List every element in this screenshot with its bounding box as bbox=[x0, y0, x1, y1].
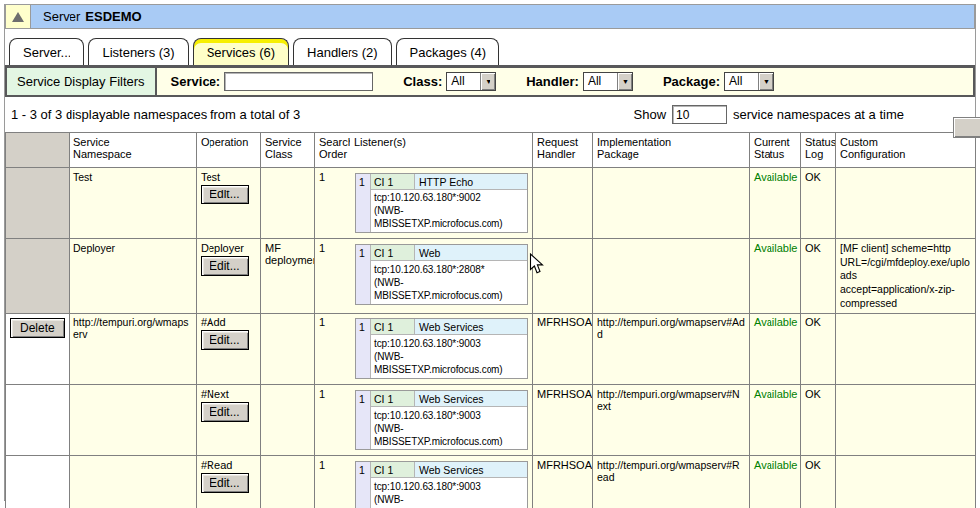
show-suffix-label: service namespaces at a time bbox=[733, 107, 904, 122]
edit-button[interactable]: Edit... bbox=[201, 402, 249, 422]
listeners-cell: 1 CI 1 HTTP Echo tcp:10.120.63.180*:9002… bbox=[350, 168, 533, 239]
package-select[interactable]: All ▼ bbox=[724, 72, 774, 91]
search-order-cell: 1 bbox=[315, 168, 350, 239]
edit-button[interactable]: Edit... bbox=[201, 185, 249, 204]
col-operation: Operation bbox=[197, 133, 261, 168]
search-order-cell: 1 bbox=[315, 385, 350, 456]
tab-server[interactable]: Server... bbox=[9, 38, 84, 65]
results-summary: 1 - 3 of 3 displayable namespaces from a… bbox=[11, 107, 634, 122]
status-cell: Available bbox=[750, 168, 801, 239]
status-log-cell: OK bbox=[801, 314, 836, 385]
listener-index: 1 bbox=[356, 391, 371, 449]
custom-config-cell bbox=[836, 314, 976, 385]
listener-box[interactable]: 1 CI 1 Web tcp:10.120.63.180*:2808* (NWB… bbox=[355, 244, 528, 305]
listener-name: Web Services bbox=[415, 462, 527, 477]
table-row: Test Test Edit... 1 1 CI 1 HTTP Echo tc bbox=[6, 168, 976, 239]
refresh-page-button-partial[interactable] bbox=[953, 117, 980, 138]
show-count-group: Show service namespaces at a time bbox=[634, 105, 905, 124]
table-row: #Next Edit... 1 1 CI 1 Web Services tcp:… bbox=[6, 385, 976, 456]
operation-name: #Add bbox=[201, 317, 256, 328]
service-class-cell bbox=[261, 168, 315, 239]
page-frame: Server ESDEMO Server... Listeners (3) Se… bbox=[4, 4, 976, 501]
edit-button[interactable]: Edit... bbox=[201, 330, 249, 350]
class-select-value: All bbox=[447, 73, 480, 90]
implementation-cell: http://tempuri.org/wmapserv#Next bbox=[593, 385, 750, 456]
service-class-cell bbox=[261, 456, 315, 508]
implementation-cell bbox=[593, 239, 750, 314]
col-current-status: Current Status bbox=[750, 133, 801, 168]
chevron-down-icon[interactable]: ▼ bbox=[617, 73, 632, 90]
status-cell: Available bbox=[750, 385, 801, 456]
edit-button[interactable]: Edit... bbox=[201, 473, 249, 493]
implementation-cell: http://tempuri.org/wmapserv#Read bbox=[593, 456, 750, 508]
custom-config-cell bbox=[836, 168, 976, 239]
chevron-down-icon[interactable]: ▼ bbox=[758, 73, 773, 90]
operation-name: Deployer bbox=[201, 242, 256, 254]
namespace-cell: http://tempuri.org/wmapserv bbox=[70, 314, 197, 385]
request-handler-cell: MFRHSOAP bbox=[533, 456, 593, 508]
listener-box[interactable]: 1 CI 1 HTTP Echo tcp:10.120.63.180*:9002… bbox=[355, 173, 528, 233]
class-select[interactable]: All ▼ bbox=[446, 72, 496, 91]
listeners-cell: 1 CI 1 Web Services tcp:10.120.63.180*:9… bbox=[350, 456, 533, 508]
listeners-cell: 1 CI 1 Web Services tcp:10.120.63.180*:9… bbox=[350, 385, 533, 456]
search-order-cell: 1 bbox=[315, 239, 350, 314]
listener-class: CI 1 bbox=[371, 319, 415, 334]
namespace-cell: Test bbox=[70, 168, 197, 239]
delete-button[interactable]: Delete bbox=[10, 318, 65, 338]
request-handler-cell bbox=[533, 239, 593, 314]
tab-packages[interactable]: Packages (4) bbox=[396, 38, 500, 65]
table-header-row: Service Namespace Operation Service Clas… bbox=[6, 133, 976, 168]
status-log-cell: OK bbox=[801, 239, 836, 314]
request-handler-cell: MFRHSOAP bbox=[533, 385, 593, 456]
operation-name: #Next bbox=[201, 388, 256, 400]
custom-config-cell bbox=[836, 385, 976, 456]
listener-address: tcp:10.120.63.180*:9003 (NWB-MBISSETXP.m… bbox=[371, 335, 527, 378]
action-cell: Delete bbox=[6, 314, 70, 385]
tab-listeners[interactable]: Listeners (3) bbox=[88, 38, 188, 65]
operation-name: #Read bbox=[201, 459, 256, 471]
handler-select[interactable]: All ▼ bbox=[583, 72, 633, 91]
operation-cell: #Add Edit... bbox=[197, 314, 261, 385]
request-handler-cell: MFRHSOAP bbox=[533, 314, 593, 385]
listener-name: HTTP Echo bbox=[415, 174, 527, 189]
search-order-cell: 1 bbox=[315, 314, 350, 385]
action-cell bbox=[6, 456, 70, 508]
listener-box[interactable]: 1 CI 1 Web Services tcp:10.120.63.180*:9… bbox=[355, 390, 528, 450]
listener-address: tcp:10.120.63.180*:2808* (NWB-MBISSETXP.… bbox=[371, 261, 527, 304]
listener-address: tcp:10.120.63.180*:9003 (NWB-MBISSETXP.m… bbox=[371, 478, 527, 508]
listener-name: Web bbox=[415, 245, 527, 260]
listener-name: Web Services bbox=[415, 391, 527, 406]
filter-panel-label: Service Display Filters bbox=[7, 68, 157, 95]
listener-box[interactable]: 1 CI 1 Web Services tcp:10.120.63.180*:9… bbox=[355, 318, 528, 379]
custom-config-cell bbox=[836, 456, 976, 508]
custom-config-cell: [MF client] scheme=http URL=/cgi/mfdeplo… bbox=[836, 239, 976, 314]
service-filter-input[interactable] bbox=[224, 72, 373, 91]
server-title-prefix: Server bbox=[43, 9, 80, 24]
col-status-log: Status Log bbox=[801, 133, 836, 168]
operation-cell: Test Edit... bbox=[197, 168, 261, 239]
listener-index: 1 bbox=[356, 245, 371, 304]
tab-handlers[interactable]: Handlers (2) bbox=[293, 38, 392, 65]
status-log-cell: OK bbox=[801, 168, 836, 239]
show-count-input[interactable] bbox=[672, 105, 727, 124]
status-log-cell: OK bbox=[801, 456, 836, 508]
edit-button[interactable]: Edit... bbox=[201, 256, 249, 276]
server-title: Server ESDEMO bbox=[31, 5, 974, 28]
listeners-cell: 1 CI 1 Web Services tcp:10.120.63.180*:9… bbox=[350, 314, 533, 385]
class-filter-label: Class: bbox=[403, 74, 442, 89]
listener-address: tcp:10.120.63.180*:9002 (NWB-MBISSETXP.m… bbox=[371, 190, 527, 232]
listener-box[interactable]: 1 CI 1 Web Services tcp:10.120.63.180*:9… bbox=[355, 461, 528, 508]
action-cell bbox=[6, 239, 70, 314]
service-display-filters-bar: Service Display Filters Service: Class: … bbox=[5, 67, 975, 97]
listener-class: CI 1 bbox=[371, 174, 415, 189]
collapse-section-button[interactable] bbox=[6, 5, 31, 28]
tab-services[interactable]: Services (6) bbox=[193, 38, 289, 65]
package-filter-label: Package: bbox=[663, 74, 720, 89]
operation-cell: #Next Edit... bbox=[197, 385, 261, 456]
search-order-cell: 1 bbox=[315, 456, 350, 508]
server-header-bar: Server ESDEMO bbox=[5, 4, 975, 29]
service-class-cell bbox=[261, 314, 315, 385]
col-search-order: Search Order bbox=[315, 133, 350, 168]
chevron-down-icon[interactable]: ▼ bbox=[480, 73, 495, 90]
server-name: ESDEMO bbox=[85, 9, 141, 24]
